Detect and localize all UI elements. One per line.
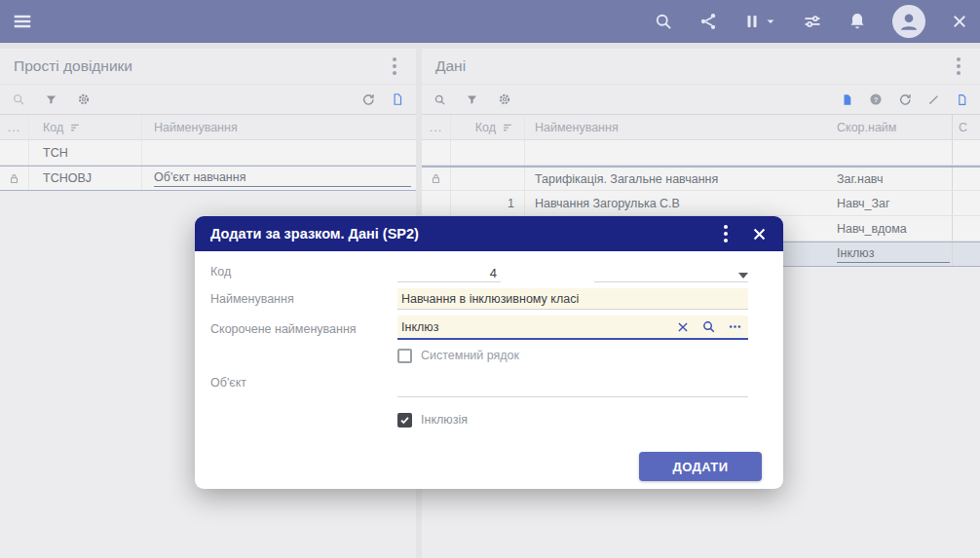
tune-icon[interactable] [803,12,822,31]
panel-title-text: Прості довідники [14,57,132,75]
row-name [142,140,416,165]
search-icon[interactable] [654,12,673,31]
top-bar [0,0,980,43]
dialog-header: Додати за зразком. Дані (SP2) [195,216,783,251]
row-code: TCHOBJ [29,167,142,190]
system-row-label: Системний рядок [421,349,519,362]
table-header-row[interactable]: ... Код Найменування [0,115,416,140]
new-document-icon[interactable] [956,93,968,106]
sort-icon [502,121,514,133]
filter-icon[interactable] [466,93,478,106]
panel-title: Дані [422,49,980,85]
help-icon[interactable]: ? [869,93,883,106]
add-by-sample-dialog: Додати за зразком. Дані (SP2) Код 4 Найм… [195,216,783,489]
add-button[interactable]: ДОДАТИ [639,452,762,481]
row-icon-cell [0,140,29,165]
pause-menu[interactable] [743,13,777,30]
document-filled-icon[interactable] [841,93,853,106]
kebab-menu-icon[interactable] [387,54,402,79]
edit-icon[interactable] [927,93,940,106]
name-field-row: Найменування Навчання в інклюзивному кла… [210,288,768,310]
share-icon[interactable] [698,12,718,31]
panel-toolbar: ? [422,85,980,115]
caret-down-icon [764,15,777,28]
table-row[interactable] [422,140,980,166]
inclusion-checkbox[interactable] [397,413,412,428]
object-field-row: Об'єкт [210,374,768,397]
header-options[interactable]: ... [422,115,451,139]
panel-title: Прості довідники [0,49,416,85]
gear-icon[interactable] [77,93,91,106]
code-dropdown[interactable] [594,261,748,282]
row-name: Об'єкт навчання [142,167,416,190]
table-row-selected[interactable]: TCHOBJ Об'єкт навчання [0,166,416,191]
header-name[interactable]: Найменування [142,115,416,139]
sort-icon [69,121,82,133]
abbr-field-row: Скорочене найменування Інклюз [210,316,768,340]
lock-icon [422,167,451,190]
gear-icon[interactable] [498,93,511,106]
name-input[interactable]: Навчання в інклюзивному класі [397,288,748,310]
pause-icon [743,13,761,30]
search-icon[interactable] [701,319,716,334]
code-label: Код [210,265,397,282]
system-row-field: Системний рядок [397,346,768,365]
refresh-icon[interactable] [898,93,912,106]
clear-icon[interactable] [676,320,690,334]
object-label: Об'єкт [210,374,397,393]
abbr-input[interactable]: Інклюз [397,316,748,340]
table-row[interactable]: TCH [0,140,416,166]
object-input[interactable] [397,376,748,397]
header-options[interactable]: ... [0,115,29,139]
lock-icon [0,167,29,190]
dialog-body: Код 4 Найменування Навчання в інклюзивно… [195,261,783,481]
code-field-row: Код 4 [210,261,768,282]
caret-down-icon [738,273,748,279]
header-code[interactable]: Код [451,115,525,139]
panel-toolbar [0,85,416,115]
table-header-row[interactable]: ... Код Найменування Скор.найм С [422,115,980,140]
inclusion-label: Інклюзія [421,413,468,427]
new-document-icon[interactable] [391,93,404,106]
header-code[interactable]: Код [29,115,142,139]
more-icon[interactable] [728,319,742,334]
code-input[interactable]: 4 [397,261,501,282]
kebab-menu-icon[interactable] [718,221,734,246]
close-icon[interactable] [751,226,768,242]
row-code: TCH [29,140,142,165]
name-label: Найменування [210,292,397,310]
abbr-label: Скорочене найменування [210,322,397,340]
table-row[interactable]: 1 Навчання Загорулька С.В Навч_Заг [422,191,980,216]
search-icon[interactable] [12,93,25,106]
panel-title-text: Дані [435,57,466,75]
header-next-column[interactable]: С [952,115,980,139]
bell-icon[interactable] [848,12,867,31]
header-abbr[interactable]: Скор.найм [833,115,952,139]
kebab-menu-icon[interactable] [951,54,966,79]
directories-table: ... Код Найменування TCH TCHOBJ Об'єкт н… [0,115,416,191]
refresh-icon[interactable] [361,93,375,106]
menu-icon[interactable] [12,11,33,32]
svg-text:?: ? [874,95,879,104]
close-icon[interactable] [951,13,968,30]
filter-icon[interactable] [45,93,57,106]
header-name[interactable]: Найменування [525,115,833,139]
dialog-title: Додати за зразком. Дані (SP2) [210,226,419,242]
inclusion-field: Інклюзія [397,410,768,429]
table-row[interactable]: Тарифікація. Загальне навчання Заг.навч [422,166,980,191]
system-row-checkbox[interactable] [397,349,412,363]
search-icon[interactable] [433,93,446,106]
avatar[interactable] [892,5,925,38]
